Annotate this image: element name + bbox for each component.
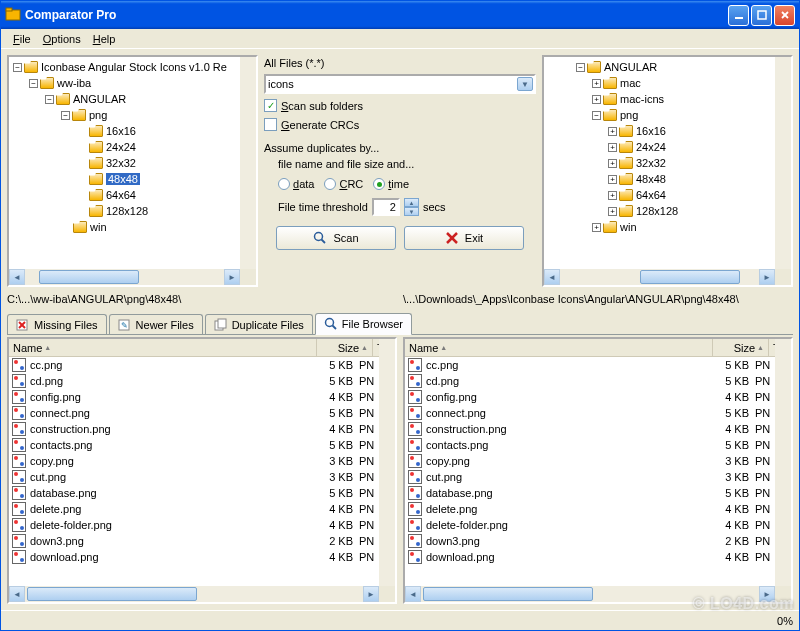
tree-node-label[interactable]: ANGULAR — [604, 61, 657, 73]
file-row[interactable]: delete-folder.png4 KBPN — [405, 517, 775, 533]
file-row[interactable]: construction.png4 KBPN — [9, 421, 379, 437]
tree-expand-icon[interactable]: + — [608, 207, 617, 216]
tree-node-label[interactable]: png — [89, 109, 107, 121]
generate-crc-checkbox[interactable] — [264, 118, 277, 131]
file-row[interactable]: delete-folder.png4 KBPN — [9, 517, 379, 533]
tree-node-label[interactable]: win — [90, 221, 107, 233]
tree-expand-icon[interactable]: + — [608, 175, 617, 184]
menu-options[interactable]: Options — [37, 31, 87, 47]
tree-node-label[interactable]: 16x16 — [106, 125, 136, 137]
tree-collapse-icon[interactable]: − — [576, 63, 585, 72]
tree-node-label[interactable]: ANGULAR — [73, 93, 126, 105]
tree-node-label[interactable]: Iconbase Angular Stock Icons v1.0 Re — [41, 61, 227, 73]
tree-collapse-icon[interactable]: − — [29, 79, 38, 88]
filter-combo[interactable]: icons ▼ — [264, 74, 536, 94]
v-scrollbar[interactable] — [240, 57, 256, 269]
tree-node-label[interactable]: 48x48 — [636, 173, 666, 185]
radio-time[interactable]: time — [373, 178, 409, 190]
tree-node-label[interactable]: 32x32 — [106, 157, 136, 169]
col-size[interactable]: Size▲ — [317, 339, 373, 356]
menu-help[interactable]: Help — [87, 31, 122, 47]
tree-collapse-icon[interactable]: − — [13, 63, 22, 72]
col-name[interactable]: Name▲ — [9, 339, 317, 356]
tree-node-label[interactable]: 24x24 — [106, 141, 136, 153]
file-row[interactable]: contacts.png5 KBPN — [405, 437, 775, 453]
file-row[interactable]: contacts.png5 KBPN — [9, 437, 379, 453]
right-file-list[interactable]: Name▲ Size▲ Ty cc.png5 KBPNcd.png5 KBPNc… — [403, 337, 793, 604]
file-row[interactable]: copy.png3 KBPN — [405, 453, 775, 469]
tree-expand-icon[interactable]: + — [608, 127, 617, 136]
h-scrollbar[interactable]: ◄► — [405, 586, 775, 602]
file-row[interactable]: connect.png5 KBPN — [405, 405, 775, 421]
tab-missing[interactable]: Missing Files — [7, 314, 107, 334]
tree-node-label[interactable]: png — [620, 109, 638, 121]
tree-expand-icon[interactable]: + — [608, 191, 617, 200]
tree-node-label[interactable]: 24x24 — [636, 141, 666, 153]
maximize-button[interactable] — [751, 5, 772, 26]
spin-down[interactable]: ▼ — [404, 207, 419, 216]
col-size[interactable]: Size▲ — [713, 339, 769, 356]
left-file-list[interactable]: Name▲ Size▲ Ty cc.png5 KBPNcd.png5 KBPNc… — [7, 337, 397, 604]
right-tree[interactable]: −ANGULAR +mac +mac-icns −png +16x16 +24x… — [542, 55, 793, 287]
file-row[interactable]: cc.png5 KBPN — [405, 357, 775, 373]
file-row[interactable]: delete.png4 KBPN — [9, 501, 379, 517]
file-row[interactable]: download.png4 KBPN — [9, 549, 379, 565]
tree-node-label[interactable]: mac-icns — [620, 93, 664, 105]
scan-sub-checkbox[interactable]: ✓ — [264, 99, 277, 112]
tree-expand-icon[interactable]: + — [592, 223, 601, 232]
menu-file[interactable]: File — [7, 31, 37, 47]
tree-expand-icon[interactable]: + — [608, 143, 617, 152]
tab-browser[interactable]: File Browser — [315, 313, 412, 335]
tree-collapse-icon[interactable]: − — [61, 111, 70, 120]
file-row[interactable]: connect.png5 KBPN — [9, 405, 379, 421]
v-scrollbar[interactable] — [775, 339, 791, 586]
v-scrollbar[interactable] — [775, 57, 791, 269]
tree-node-label[interactable]: 128x128 — [636, 205, 678, 217]
radio-crc[interactable]: CRC — [324, 178, 363, 190]
titlebar[interactable]: Comparator Pro — [1, 1, 799, 29]
file-row[interactable]: config.png4 KBPN — [9, 389, 379, 405]
tree-node-selected[interactable]: 48x48 — [106, 173, 140, 185]
radio-data[interactable]: data — [278, 178, 314, 190]
tree-node-label[interactable]: 64x64 — [636, 189, 666, 201]
tree-expand-icon[interactable]: + — [608, 159, 617, 168]
h-scrollbar[interactable]: ◄► — [9, 269, 240, 285]
tree-node-label[interactable]: 32x32 — [636, 157, 666, 169]
tree-collapse-icon[interactable]: − — [45, 95, 54, 104]
file-row[interactable]: download.png4 KBPN — [405, 549, 775, 565]
left-tree[interactable]: −Iconbase Angular Stock Icons v1.0 Re −w… — [7, 55, 258, 287]
file-row[interactable]: construction.png4 KBPN — [405, 421, 775, 437]
tab-duplicate[interactable]: Duplicate Files — [205, 314, 313, 334]
file-row[interactable]: config.png4 KBPN — [405, 389, 775, 405]
tree-node-label[interactable]: win — [620, 221, 637, 233]
threshold-input[interactable]: 2 — [372, 198, 400, 216]
col-name[interactable]: Name▲ — [405, 339, 713, 356]
scan-button[interactable]: Scan — [276, 226, 396, 250]
file-row[interactable]: down3.png2 KBPN — [9, 533, 379, 549]
tree-node-label[interactable]: mac — [620, 77, 641, 89]
h-scrollbar[interactable]: ◄► — [544, 269, 775, 285]
tree-expand-icon[interactable]: + — [592, 79, 601, 88]
tree-node-label[interactable]: 16x16 — [636, 125, 666, 137]
h-scrollbar[interactable]: ◄► — [9, 586, 379, 602]
tree-node-label[interactable]: 64x64 — [106, 189, 136, 201]
file-row[interactable]: cut.png3 KBPN — [9, 469, 379, 485]
file-row[interactable]: cd.png5 KBPN — [9, 373, 379, 389]
file-row[interactable]: cd.png5 KBPN — [405, 373, 775, 389]
tree-collapse-icon[interactable]: − — [592, 111, 601, 120]
exit-button[interactable]: Exit — [404, 226, 524, 250]
tab-newer[interactable]: ✎Newer Files — [109, 314, 203, 334]
chevron-down-icon[interactable]: ▼ — [517, 77, 533, 91]
tree-node-label[interactable]: ww-iba — [57, 77, 91, 89]
file-row[interactable]: database.png5 KBPN — [9, 485, 379, 501]
file-row[interactable]: cut.png3 KBPN — [405, 469, 775, 485]
file-row[interactable]: down3.png2 KBPN — [405, 533, 775, 549]
minimize-button[interactable] — [728, 5, 749, 26]
spin-up[interactable]: ▲ — [404, 198, 419, 207]
file-row[interactable]: delete.png4 KBPN — [405, 501, 775, 517]
v-scrollbar[interactable] — [379, 339, 395, 586]
tree-node-label[interactable]: 128x128 — [106, 205, 148, 217]
file-row[interactable]: database.png5 KBPN — [405, 485, 775, 501]
tree-expand-icon[interactable]: + — [592, 95, 601, 104]
close-button[interactable] — [774, 5, 795, 26]
